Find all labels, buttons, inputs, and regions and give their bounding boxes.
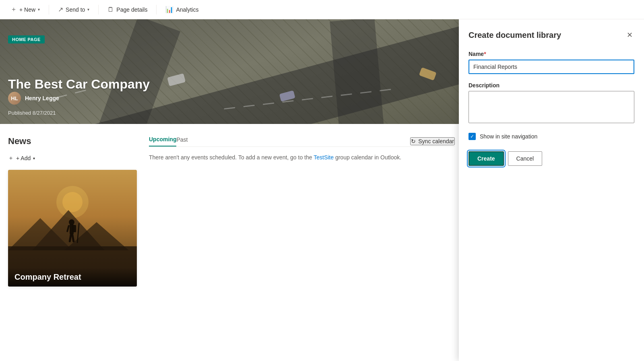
show-in-nav-label: Show in site navigation [480, 133, 537, 140]
main-layout: HOME PAGE The Best Car Company HL Henry … [0, 19, 644, 361]
analytics-label: Analytics [176, 6, 198, 13]
panel-title: Create document library [469, 31, 561, 40]
tab-past[interactable]: Past [176, 136, 188, 146]
name-input[interactable] [469, 60, 634, 74]
news-add-button[interactable]: ＋ + Add ▾ [8, 153, 35, 163]
sync-label: Sync calendar [418, 138, 454, 144]
divider [49, 5, 49, 14]
chevron-down-icon-2: ▾ [87, 7, 89, 12]
svg-point-17 [69, 219, 74, 225]
toolbar: ＋ + New ▾ ↗ Send to ▾ 🗒 Page details 📊 A… [0, 0, 644, 19]
svg-rect-2 [330, 19, 387, 124]
panel-header: Create document library ✕ [469, 29, 634, 41]
no-events-text: There aren't any events scheduled. To ad… [149, 153, 455, 162]
page-details-button[interactable]: 🗒 Page details [103, 4, 151, 16]
hero-badge: HOME PAGE [8, 35, 45, 43]
description-label: Description [469, 82, 634, 89]
required-asterisk: * [484, 51, 486, 57]
author-name: Henry Legge [25, 95, 59, 101]
chevron-down-icon-3: ▾ [33, 156, 35, 161]
divider-3 [156, 5, 157, 14]
hero-published: Published 8/27/2021 [8, 110, 56, 116]
chevron-down-icon: ▾ [38, 7, 40, 12]
info-icon: 🗒 [107, 6, 114, 13]
share-icon: ↗ [58, 6, 63, 13]
sync-icon: ↻ [411, 138, 416, 144]
author-avatar: HL [8, 92, 21, 105]
new-label: + New [19, 6, 35, 13]
divider-2 [98, 5, 99, 14]
hero-title: The Best Car Company [8, 77, 150, 92]
page-details-label: Page details [116, 6, 147, 13]
news-section-title: News [8, 136, 137, 146]
create-button[interactable]: Create [469, 151, 504, 166]
hero-author: HL Henry Legge [8, 92, 59, 105]
name-label: Name* [469, 51, 634, 57]
panel-actions: Create Cancel [469, 151, 634, 166]
new-button[interactable]: ＋ + New ▾ [6, 3, 44, 16]
description-textarea[interactable] [469, 91, 634, 123]
svg-rect-3 [167, 73, 186, 86]
send-to-button[interactable]: ↗ Send to ▾ [54, 3, 93, 16]
svg-point-11 [62, 192, 83, 212]
show-in-nav-row: ✓ Show in site navigation [469, 133, 634, 140]
news-card: Company Retreat [8, 170, 137, 287]
checkmark-icon: ✓ [470, 134, 474, 139]
events-section: Upcoming Past ↻ Sync calendar There aren… [149, 136, 455, 299]
create-document-library-panel: Create document library ✕ Name* Descript… [459, 19, 644, 361]
sync-calendar-button[interactable]: ↻ Sync calendar [410, 137, 455, 145]
show-in-nav-checkbox[interactable]: ✓ [469, 133, 476, 140]
send-to-label: Send to [66, 6, 85, 13]
analytics-icon: 📊 [165, 6, 173, 13]
analytics-button[interactable]: 📊 Analytics [161, 3, 202, 16]
two-col-layout: News ＋ + Add ▾ [8, 136, 455, 299]
news-section: News ＋ + Add ▾ [8, 136, 137, 287]
plus-icon-2: ＋ [8, 155, 14, 162]
svg-rect-18 [72, 225, 76, 232]
news-card-title: Company Retreat [8, 268, 137, 287]
page-content: News ＋ + Add ▾ [0, 124, 463, 311]
news-card-image: Company Retreat [8, 170, 137, 287]
name-field: Name* [469, 51, 634, 82]
events-tabs-row: Upcoming Past ↻ Sync calendar [149, 136, 455, 147]
description-field: Description [469, 82, 634, 133]
panel-close-button[interactable]: ✕ [625, 29, 634, 41]
plus-icon: ＋ [10, 5, 17, 14]
tab-upcoming[interactable]: Upcoming [149, 136, 176, 146]
testsite-link[interactable]: TestSite [314, 154, 334, 161]
cancel-button[interactable]: Cancel [508, 151, 543, 166]
